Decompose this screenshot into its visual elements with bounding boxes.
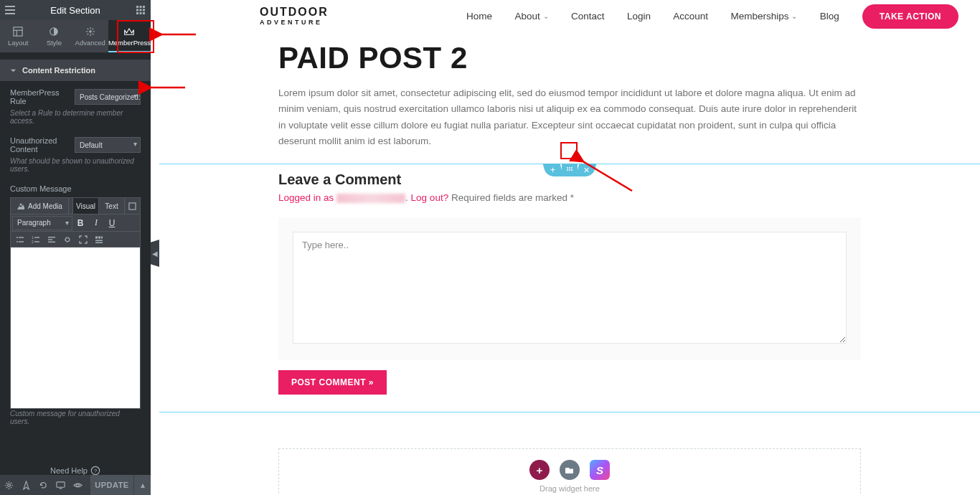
bold-button[interactable]: B <box>72 215 88 231</box>
svg-rect-12 <box>14 27 22 35</box>
svg-rect-38 <box>56 481 64 486</box>
panel-title: Edit Section <box>20 5 131 16</box>
tab-label: Layout <box>8 39 29 47</box>
history-icon[interactable] <box>34 481 52 490</box>
text-tab[interactable]: Text <box>98 198 124 214</box>
tab-layout[interactable]: Layout <box>0 20 36 52</box>
sidebar-footer: UPDATE ▴ <box>0 475 151 495</box>
primary-nav: Home About⌄ Contact Login Account Member… <box>456 11 849 22</box>
svg-rect-18 <box>129 202 136 209</box>
svg-point-43 <box>571 167 573 169</box>
nav-blog[interactable]: Blog <box>820 11 839 22</box>
widget-drop-zone[interactable]: + S Drag widget here <box>278 448 861 495</box>
svg-rect-10 <box>140 12 142 14</box>
fullscreen-expand-icon[interactable] <box>75 232 91 247</box>
tab-advanced[interactable]: Advanced <box>72 20 108 52</box>
required-text: Required fields are marked * <box>451 192 574 203</box>
svg-point-17 <box>20 204 22 206</box>
svg-text:2: 2 <box>32 240 34 244</box>
preview-area: OUTDOOR ADVENTURE Home About⌄ Contact Lo… <box>159 0 980 495</box>
svg-rect-29 <box>48 241 55 242</box>
nav-memberships[interactable]: Memberships⌄ <box>730 11 797 22</box>
svg-text:?: ? <box>94 468 98 474</box>
widgets-grid-icon[interactable] <box>131 6 151 14</box>
collapse-panel-button[interactable]: ◀ <box>151 240 159 267</box>
svg-rect-33 <box>95 240 103 241</box>
update-button[interactable]: UPDATE <box>90 475 133 495</box>
svg-rect-3 <box>136 6 138 8</box>
custom-message-label: Custom Message <box>0 177 151 197</box>
custom-msg-hint: Custom message for unauthorized users. <box>0 409 151 430</box>
svg-rect-31 <box>98 236 100 238</box>
site-logo[interactable]: OUTDOOR ADVENTURE <box>260 6 329 26</box>
wysiwyg-editor: Add Media Visual Text Paragraph B I U 12 <box>0 197 151 409</box>
update-options-button[interactable]: ▴ <box>133 475 151 495</box>
preview-eye-icon[interactable] <box>69 481 86 490</box>
visual-tab[interactable]: Visual <box>72 198 98 214</box>
toolbar-toggle-icon[interactable] <box>91 232 107 247</box>
nav-home[interactable]: Home <box>466 11 492 22</box>
add-widget-icon[interactable]: + <box>529 460 550 480</box>
svg-point-16 <box>89 30 92 33</box>
elementor-sidebar: Edit Section Layout Style Advanced Membe… <box>0 0 151 495</box>
add-media-button[interactable]: Add Media <box>11 198 69 214</box>
svg-rect-23 <box>34 237 39 237</box>
svg-rect-39 <box>59 488 62 489</box>
svg-rect-0 <box>5 6 15 7</box>
svg-rect-2 <box>5 13 15 14</box>
comment-textarea[interactable] <box>293 232 847 344</box>
underline-button[interactable]: U <box>104 215 120 231</box>
nav-account[interactable]: Account <box>673 11 708 22</box>
rule-select[interactable]: Posts Categorized: P <box>75 89 141 105</box>
svg-point-42 <box>569 167 570 169</box>
format-select[interactable]: Paragraph <box>12 216 72 230</box>
edit-section-handle[interactable] <box>562 164 578 176</box>
tab-memberpress[interactable]: MemberPress <box>108 20 151 52</box>
fullscreen-icon[interactable] <box>124 198 140 214</box>
starter-templates-icon[interactable]: S <box>590 460 610 480</box>
svg-point-19 <box>17 237 18 238</box>
svg-rect-34 <box>95 242 103 243</box>
svg-rect-5 <box>143 6 145 8</box>
svg-rect-7 <box>140 9 142 11</box>
username-blurred <box>336 194 405 203</box>
menu-icon[interactable] <box>0 6 20 14</box>
svg-rect-8 <box>143 9 145 11</box>
svg-rect-4 <box>140 6 142 8</box>
post-body: Lorem ipsum dolor sit amet, consectetur … <box>278 85 861 149</box>
logged-in-link[interactable]: Logged in as <box>278 192 336 203</box>
add-section-button[interactable]: + <box>543 164 564 176</box>
post-title: PAID POST 2 <box>278 41 861 75</box>
annotation-arrow <box>154 29 197 42</box>
template-library-icon[interactable] <box>560 460 580 480</box>
post-comment-button[interactable]: POST COMMENT » <box>278 370 387 395</box>
editor-canvas[interactable] <box>10 248 141 409</box>
tab-style[interactable]: Style <box>36 20 72 52</box>
control-memberpress-rule: MemberPress Rule Posts Categorized: P <box>0 81 151 108</box>
chevron-down-icon: ⌄ <box>791 12 797 20</box>
section-boundary: + ✕ <box>159 164 980 164</box>
logout-link[interactable]: Log out? <box>411 192 449 203</box>
take-action-button[interactable]: TAKE ACTION <box>862 4 958 29</box>
align-icon[interactable] <box>44 232 60 247</box>
nav-login[interactable]: Login <box>627 11 651 22</box>
nav-about[interactable]: About⌄ <box>514 11 548 22</box>
settings-gear-icon[interactable] <box>0 481 17 490</box>
control-unauthorized-content: Unauthorized Content Default <box>0 129 151 156</box>
numbered-list-icon[interactable]: 12 <box>28 232 44 247</box>
italic-button[interactable]: I <box>88 215 104 231</box>
nav-contact[interactable]: Contact <box>571 11 605 22</box>
accordion-content-restriction[interactable]: Content Restriction <box>0 60 151 81</box>
bullet-list-icon[interactable] <box>12 232 28 247</box>
control-label: MemberPress Rule <box>10 88 69 105</box>
responsive-icon[interactable] <box>52 481 69 490</box>
section-boundary-bottom <box>159 412 980 412</box>
unauth-select[interactable]: Default <box>75 137 141 153</box>
brand-top: OUTDOOR <box>260 6 329 18</box>
need-help-label: Need Help <box>50 466 88 475</box>
svg-rect-22 <box>19 241 24 242</box>
link-icon[interactable] <box>60 232 75 247</box>
svg-point-37 <box>7 484 10 486</box>
navigator-icon[interactable] <box>17 481 34 490</box>
svg-rect-9 <box>136 12 138 14</box>
